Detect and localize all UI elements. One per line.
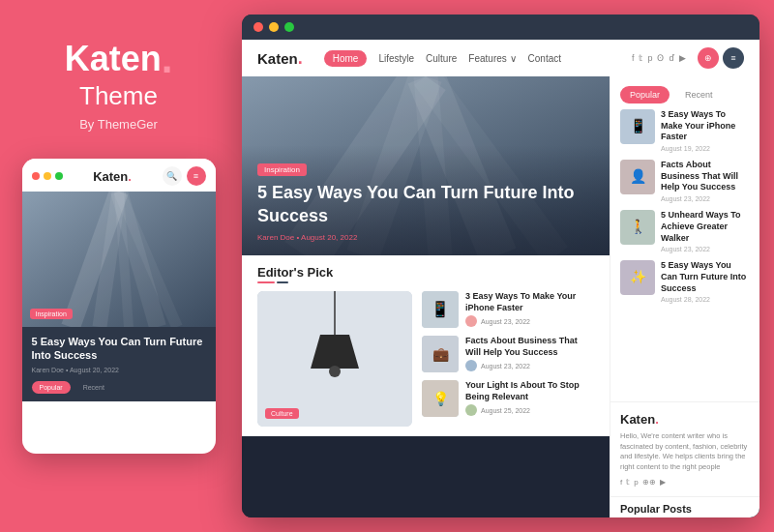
ep-avatar-0 (465, 315, 477, 327)
ep-avatar-2 (465, 404, 477, 416)
list-item: 💡 Your Light Is About To Stop Being Rele… (422, 380, 594, 417)
sidebar-article-title-1: Facts About Business That Will Help You … (661, 160, 750, 193)
sidebar-article-title-2: 5 Unheard Ways To Achieve Greater Walker (661, 210, 750, 244)
katen-social-icons: f 𝕥 p ⊕⊕ ▶ (620, 478, 750, 487)
nav-item-features[interactable]: Features ∨ (468, 53, 516, 64)
popular-posts-label: Popular Posts (610, 496, 759, 517)
list-item: ✨ 5 Easy Ways You Can Turn Future Into S… (620, 260, 750, 303)
nav-menu-button[interactable]: ≡ (723, 47, 744, 69)
mobile-article-meta: Karen Doe • August 20, 2022 (32, 367, 206, 373)
editors-pick-grid: Culture 📱 3 Easy Ways To Make Your iPhon… (257, 291, 594, 427)
list-item: 💼 Facts About Business That Will Help Yo… (422, 336, 594, 372)
katen-info-desc: Hello, We're content writer who is fasci… (620, 431, 750, 472)
mobile-dot-yellow (44, 172, 51, 180)
svg-text:📱: 📱 (630, 118, 647, 134)
katen-instagram-icon[interactable]: ⊕⊕ (642, 478, 656, 487)
ep-thumb-0: 📱 (422, 291, 459, 328)
ep-line-pink (257, 281, 275, 283)
main-area: Inspiration 5 Easy Ways You Can Turn Fut… (242, 76, 759, 517)
katen-info-box: Katen. Hello, We're content writer who i… (610, 401, 759, 496)
browser-content: Katen. Home Lifestyle Culture Features ∨… (242, 40, 759, 517)
browser-dot-green (284, 22, 294, 32)
hero-section: Inspiration 5 Easy Ways You Can Turn Fut… (242, 76, 610, 255)
mobile-hero-image (22, 192, 216, 327)
sidebar-article-date-2: August 23, 2022 (661, 246, 750, 252)
tab-popular[interactable]: Popular (620, 86, 670, 103)
katen-pinterest-icon[interactable]: p (634, 478, 638, 487)
brand-subtitle: Theme (79, 81, 158, 111)
mobile-hero: Inspiration (22, 192, 216, 327)
ep-article-list: 📱 3 Easy Ways To Make Your iPhone Faster… (422, 291, 594, 427)
nav-social-icons: f 𝕥 p ʘ ď ▶ (632, 53, 686, 63)
nav-item-contact[interactable]: Contact (528, 53, 561, 64)
hero-date: August 20, 2022 (301, 233, 357, 242)
browser-topbar (242, 15, 759, 40)
ep-item-meta-1: August 23, 2022 (465, 360, 594, 371)
facebook-icon[interactable]: f (632, 53, 635, 63)
sidebar-thumb-3: ✨ (620, 260, 655, 295)
ep-main-image: Culture (257, 291, 412, 427)
ep-main-img (257, 291, 412, 427)
tiktok-icon[interactable]: ď (669, 53, 674, 63)
editors-pick-underline (257, 281, 594, 283)
mobile-tab-popular[interactable]: Popular (32, 381, 71, 394)
mobile-logo: Katen. (93, 169, 132, 184)
sidebar-thumb-1: 👤 (620, 160, 655, 194)
sidebar-thumb-2: 🚶 (620, 210, 655, 245)
tab-recent[interactable]: Recent (675, 86, 723, 103)
browser-mockup: Katen. Home Lifestyle Culture Features ∨… (242, 15, 759, 517)
ep-item-title-1: Facts About Business That Will Help You … (465, 336, 594, 358)
ep-main-badge: Culture (265, 408, 299, 419)
ep-item-meta-0: August 23, 2022 (465, 315, 594, 327)
sidebar-article-title-0: 3 Easy Ways To Make Your iPhone Faster (661, 109, 750, 143)
sidebar-article-date-1: August 23, 2022 (661, 195, 750, 202)
sidebar-article-list: 📱 3 Easy Ways To Make Your iPhone Faster… (610, 109, 759, 401)
twitter-icon[interactable]: 𝕥 (639, 53, 642, 63)
pinterest-icon[interactable]: p (647, 53, 652, 63)
content-area: Inspiration 5 Easy Ways You Can Turn Fut… (242, 76, 610, 517)
katen-twitter-icon[interactable]: 𝕥 (626, 478, 630, 487)
svg-text:📱: 📱 (431, 300, 450, 318)
svg-text:👤: 👤 (630, 168, 647, 185)
browser-dot-yellow (269, 22, 279, 32)
sidebar-article-date-0: August 19, 2022 (661, 145, 750, 152)
hero-badge: Inspiration (257, 163, 307, 176)
mobile-tab-recent[interactable]: Recent (75, 381, 112, 394)
mobile-search-btn[interactable]: 🔍 (163, 166, 182, 186)
hero-title: 5 Easy Ways You Can Turn Future Into Suc… (257, 182, 594, 227)
ep-line-dark (277, 281, 288, 283)
mobile-menu-btn[interactable]: ≡ (187, 166, 206, 186)
youtube-icon[interactable]: ▶ (679, 53, 686, 63)
list-item: 📱 3 Easy Ways To Make Your iPhone Faster… (620, 109, 750, 152)
hero-meta: Karen Doe • August 20, 2022 (257, 233, 594, 242)
sidebar-tabs: Popular Recent (610, 76, 759, 109)
browser-dot-red (253, 22, 263, 32)
mobile-mockup: Katen. 🔍 ≡ (22, 159, 216, 454)
katen-facebook-icon[interactable]: f (620, 478, 622, 487)
editors-pick-title: Editor's Pick (257, 265, 594, 280)
ep-item-title-0: 3 Easy Ways To Make Your iPhone Faster (465, 291, 594, 313)
nav-item-home[interactable]: Home (324, 50, 368, 67)
mobile-traffic-lights (32, 172, 63, 180)
hero-overlay: Inspiration 5 Easy Ways You Can Turn Fut… (242, 145, 610, 255)
svg-point-15 (329, 366, 341, 377)
mobile-topbar: Katen. 🔍 ≡ (22, 159, 216, 192)
nav-item-culture[interactable]: Culture (426, 53, 457, 64)
sidebar-article-date-3: August 28, 2022 (661, 296, 750, 303)
sidebar-article-title-3: 5 Easy Ways You Can Turn Future Into Suc… (661, 260, 750, 294)
nav-action-buttons: ⊕ ≡ (698, 47, 744, 69)
svg-text:💼: 💼 (432, 346, 450, 363)
ep-thumb-2: 💡 (422, 380, 459, 417)
svg-text:🚶: 🚶 (630, 219, 647, 235)
svg-text:✨: ✨ (630, 269, 647, 285)
instagram-icon[interactable]: ʘ (657, 53, 664, 63)
nav-search-button[interactable]: ⊕ (698, 47, 719, 69)
katen-info-logo: Katen. (620, 412, 750, 427)
mobile-dot-green (55, 172, 63, 180)
mobile-action-icons: 🔍 ≡ (163, 166, 206, 186)
mobile-tabs: Popular Recent (32, 381, 206, 394)
left-panel: Katen. Theme By ThemeGer Katen. 🔍 ≡ (0, 0, 237, 532)
nav-item-lifestyle[interactable]: Lifestyle (378, 53, 414, 64)
katen-youtube-icon[interactable]: ▶ (660, 478, 666, 487)
site-logo: Katen. (257, 48, 303, 69)
